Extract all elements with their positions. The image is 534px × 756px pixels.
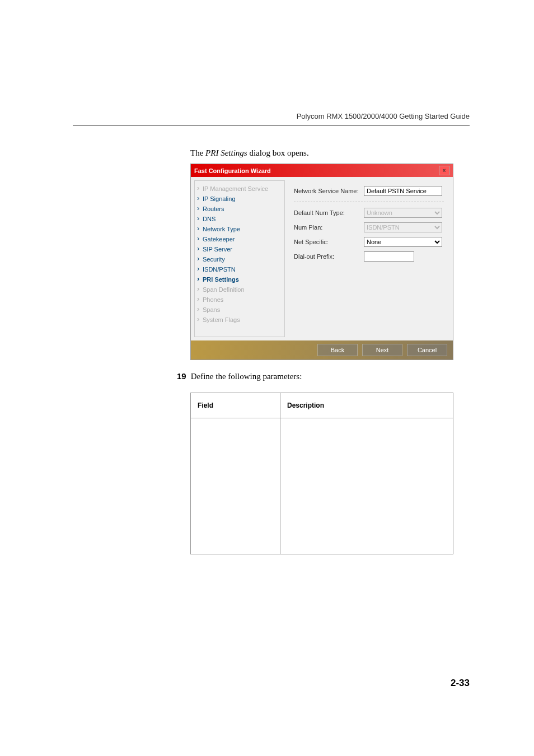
dial-out-prefix-label: Dial-out Prefix:	[294, 253, 364, 260]
sidebar-item-label: Phones	[203, 296, 223, 303]
table-cell-description	[280, 418, 453, 554]
sidebar-item-label: DNS	[203, 216, 216, 222]
dialog-title: Fast Configuration Wizard	[194, 167, 271, 174]
table-header-row: Field Description	[191, 393, 453, 418]
intro-text-post: dialog box opens.	[247, 148, 309, 157]
sidebar-item-gatekeeper[interactable]: Gatekeeper	[195, 234, 284, 244]
dial-out-prefix-input[interactable]	[364, 251, 414, 262]
sidebar-item-routers[interactable]: Routers	[195, 204, 284, 214]
header-title: Polycom RMX 1500/2000/4000 Getting Start…	[297, 112, 470, 120]
dialog-footer: Back Next Cancel	[191, 340, 453, 360]
page-header: Polycom RMX 1500/2000/4000 Getting Start…	[73, 112, 470, 125]
sidebar-item-label: SIP Server	[203, 246, 232, 253]
field-row-numplan: Num Plan: ISDN/PSTN	[294, 222, 444, 232]
num-plan-select: ISDN/PSTN	[364, 222, 442, 232]
sidebar-item-label: ISDN/PSTN	[203, 266, 236, 273]
intro-text: The PRI Settings dialog box opens.	[190, 148, 470, 158]
close-icon: ×	[443, 167, 446, 174]
service-name-label: Network Service Name:	[294, 188, 364, 194]
field-row-service-name: Network Service Name:	[294, 186, 444, 196]
next-button[interactable]: Next	[362, 344, 402, 356]
intro-text-em: PRI Settings	[205, 148, 247, 157]
sidebar-item-label: Routers	[203, 206, 224, 212]
net-specific-select[interactable]: None	[364, 237, 442, 247]
back-button-label: Back	[331, 347, 344, 353]
sidebar-item-label: IP Management Service	[203, 185, 268, 192]
wizard-dialog: Fast Configuration Wizard × IP Managemen…	[190, 164, 453, 360]
field-row-dialout: Dial-out Prefix:	[294, 251, 444, 262]
sidebar-item-label: Security	[203, 256, 225, 263]
sidebar-item-label: System Flags	[203, 316, 240, 323]
table-header-field: Field	[191, 393, 280, 418]
sidebar-item-label: Gatekeeper	[203, 236, 235, 242]
default-num-type-select: Unknown	[364, 208, 442, 218]
sidebar-item-label: Network Type	[203, 226, 240, 232]
sidebar-item-ip-signaling[interactable]: IP Signaling	[195, 194, 284, 204]
back-button[interactable]: Back	[317, 344, 358, 356]
sidebar-item-security[interactable]: Security	[195, 254, 284, 264]
header-rule	[73, 125, 470, 126]
dialog-right-pane: Network Service Name: Default Num Type: …	[288, 180, 449, 337]
sidebar-item-sip[interactable]: SIP Server	[195, 244, 284, 254]
separator	[294, 202, 444, 202]
sidebar-item-phones[interactable]: Phones	[195, 295, 284, 305]
table-row	[191, 418, 453, 554]
table-cell-field	[191, 418, 280, 554]
wizard-sidebar: IP Management Service IP Signaling Route…	[194, 180, 285, 337]
sidebar-item-ip-mgmt[interactable]: IP Management Service	[195, 184, 284, 194]
field-row-numtype: Default Num Type: Unknown	[294, 208, 444, 218]
step-number: 19	[177, 371, 186, 381]
sidebar-item-isdn[interactable]: ISDN/PSTN	[195, 264, 284, 274]
sidebar-item-dns[interactable]: DNS	[195, 214, 284, 224]
page-number: 2-33	[451, 678, 470, 689]
sidebar-item-label: Spans	[203, 306, 220, 313]
sidebar-item-label: IP Signaling	[203, 195, 236, 202]
param-table: Field Description	[190, 393, 453, 554]
step-line: 19Define the following parameters:	[177, 371, 470, 381]
service-name-input[interactable]	[364, 186, 442, 196]
sidebar-item-network-type[interactable]: Network Type	[195, 224, 284, 234]
next-button-label: Next	[376, 347, 389, 353]
sidebar-item-sysflags[interactable]: System Flags	[195, 315, 284, 325]
dialog-titlebar: Fast Configuration Wizard ×	[191, 164, 453, 177]
close-button[interactable]: ×	[439, 166, 449, 175]
num-plan-label: Num Plan:	[294, 224, 364, 231]
field-row-netspecific: Net Specific: None	[294, 237, 444, 247]
dialog-body: IP Management Service IP Signaling Route…	[191, 177, 453, 340]
sidebar-item-label: PRI Settings	[203, 276, 239, 283]
default-num-type-label: Default Num Type:	[294, 209, 364, 216]
sidebar-item-label: Span Definition	[203, 286, 245, 293]
cancel-button[interactable]: Cancel	[407, 344, 447, 356]
net-specific-label: Net Specific:	[294, 239, 364, 245]
table-header-description: Description	[280, 393, 453, 418]
intro-text-pre: The	[190, 148, 205, 157]
sidebar-item-span-def[interactable]: Span Definition	[195, 284, 284, 295]
cancel-button-label: Cancel	[418, 347, 437, 353]
sidebar-item-pri[interactable]: PRI Settings	[195, 274, 284, 284]
step-text: Define the following parameters:	[191, 372, 302, 381]
sidebar-item-spans[interactable]: Spans	[195, 305, 284, 315]
